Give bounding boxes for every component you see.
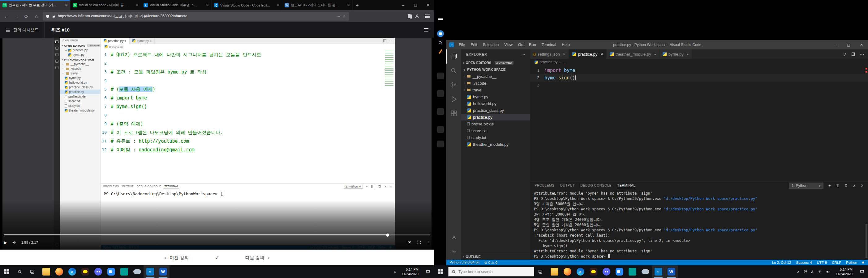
run-python-file-icon[interactable]: [843, 52, 847, 56]
clock[interactable]: 5:14 PM 11/24/2020: [399, 267, 422, 276]
close-icon[interactable]: ✕: [600, 53, 603, 56]
split-terminal-icon[interactable]: [836, 184, 839, 187]
back-icon[interactable]: ←: [3, 13, 10, 19]
taskbar-search-icon[interactable]: [13, 270, 26, 274]
forward-icon[interactable]: →: [13, 13, 20, 19]
menu-file[interactable]: File: [456, 43, 468, 47]
taskbar-app-vscode[interactable]: ‹›: [652, 265, 665, 278]
menu-selection[interactable]: Selection: [480, 43, 501, 47]
video-player[interactable]: EXPLORER ∨ OPEN EDITORS 1 UNSAVED ●pract…: [0, 38, 434, 250]
browser-tab[interactable]: ❮Visual Studio Code 비주얼 스...✕: [141, 0, 212, 10]
magnifier-icon[interactable]: [437, 39, 444, 46]
file-item[interactable]: practice_class.py: [461, 107, 530, 114]
open-editor-item[interactable]: ●practice.py: [60, 48, 100, 53]
file-item[interactable]: byme.py: [60, 76, 100, 80]
extensions-icon[interactable]: [446, 106, 461, 120]
run-debug-icon[interactable]: [446, 92, 461, 106]
status-item[interactable]: UTF-8: [817, 261, 827, 265]
workspace-section[interactable]: ∨ PYTHON WORK SPACE: [461, 66, 530, 73]
tab-close-icon[interactable]: ✕: [347, 3, 350, 7]
taskbar-app-kakaotalk[interactable]: [587, 265, 600, 278]
file-item[interactable]: score.txt: [461, 127, 530, 134]
code-editor[interactable]: 1import byme2byme.sign()3: [530, 66, 868, 181]
split-editor-icon[interactable]: [851, 52, 855, 56]
taskbar-app-discord[interactable]: [600, 265, 613, 278]
menu-run[interactable]: Run: [526, 43, 539, 47]
menu-edit[interactable]: Edit: [468, 43, 480, 47]
editor-tab[interactable]: practice.py✕: [569, 49, 606, 59]
file-item[interactable]: ›__pycache__: [461, 73, 530, 80]
volume-icon[interactable]: [826, 270, 830, 274]
home-icon[interactable]: ⌂: [33, 13, 40, 19]
ime-latin-indicator[interactable]: A: [811, 270, 813, 274]
tray-expand-icon[interactable]: ∧: [391, 270, 399, 273]
file-item[interactable]: practice_class.py: [60, 85, 100, 90]
editor-actions-icon[interactable]: ⋯: [859, 51, 864, 57]
account-icon[interactable]: [446, 230, 461, 244]
file-item[interactable]: practice.py: [60, 90, 100, 94]
menu-help[interactable]: Help: [559, 43, 572, 47]
taskbar-app-zoom[interactable]: [613, 265, 626, 278]
network-icon[interactable]: [817, 270, 822, 274]
menu-icon[interactable]: [425, 14, 430, 18]
editor-tab[interactable]: byme.py●: [659, 49, 692, 59]
close-icon[interactable]: ✕: [563, 53, 565, 56]
tool-icon-4[interactable]: [437, 126, 444, 133]
new-terminal-icon[interactable]: +: [828, 183, 831, 188]
taskbar-app-file-explorer[interactable]: [40, 265, 53, 278]
clock[interactable]: 5:14 PM 11/24/2020: [833, 267, 856, 276]
editor-tab[interactable]: practice.py●: [101, 38, 130, 44]
tracking-shield-icon[interactable]: [46, 14, 50, 18]
file-item[interactable]: ›.vscode: [60, 66, 100, 71]
reload-icon[interactable]: ⟳: [23, 13, 30, 19]
menu-view[interactable]: View: [501, 43, 515, 47]
taskbar-search[interactable]: [448, 267, 534, 276]
settings-gear-icon[interactable]: [446, 244, 461, 258]
file-item[interactable]: study.txt: [461, 134, 530, 141]
panel-tab-problems[interactable]: PROBLEMS: [534, 183, 554, 188]
complete-check-icon[interactable]: ✓: [215, 254, 219, 261]
file-item[interactable]: profile.pickle: [60, 94, 100, 99]
taskbar-app-word[interactable]: W: [665, 265, 678, 278]
more-icon[interactable]: ⋮: [426, 240, 430, 245]
outline-section[interactable]: › OUTLINE: [461, 253, 530, 260]
file-item[interactable]: ›travel: [60, 71, 100, 76]
tab-close-icon[interactable]: ✕: [65, 3, 68, 7]
source-control-icon[interactable]: [446, 78, 461, 92]
fullscreen-icon[interactable]: [417, 240, 421, 245]
next-lecture-button[interactable]: 다음 강의 ›: [245, 254, 269, 261]
panel-tab-debug-console[interactable]: DEBUG CONSOLE: [580, 183, 612, 188]
taskbar-app-onedrive[interactable]: [130, 265, 144, 278]
file-item[interactable]: helloworld.py: [60, 80, 100, 85]
file-item[interactable]: study.txt: [60, 103, 100, 108]
kill-terminal-icon[interactable]: [844, 184, 848, 187]
progress-handle[interactable]: [386, 234, 389, 237]
library-icon[interactable]: [408, 14, 409, 18]
search-input[interactable]: [459, 270, 531, 274]
terminal-scrollbar[interactable]: [865, 190, 868, 260]
browser-tab[interactable]: 인인프런 - 파이썬 무료 강의 (기...✕: [0, 0, 70, 10]
file-item[interactable]: profile.pickle: [461, 120, 530, 127]
browser-tab[interactable]: W윈도우10 - 2개의 모니터를 한...✕: [282, 0, 353, 10]
file-item[interactable]: helloworld.py: [461, 100, 530, 107]
prev-lecture-button[interactable]: ‹ 이전 강의: [165, 254, 189, 261]
curriculum-toggle-icon[interactable]: [424, 28, 428, 32]
explorer-actions-icon[interactable]: ⋯: [522, 53, 525, 57]
minimize-button[interactable]: ─: [397, 0, 409, 10]
browser-tab[interactable]: Nvisual studio code - 네이버 통...✕: [70, 0, 141, 10]
tab-close-icon[interactable]: ✕: [206, 3, 209, 7]
minimize-button[interactable]: ─: [829, 40, 842, 49]
terminal-selector[interactable]: 1: Python ∨: [789, 182, 824, 189]
modified-dot-icon[interactable]: ●: [654, 53, 656, 56]
file-item[interactable]: ›travel: [461, 86, 530, 93]
volume-icon[interactable]: [12, 240, 17, 245]
editor-tab[interactable]: byme.py●: [130, 38, 155, 44]
taskbar-app-hancom[interactable]: [118, 265, 130, 278]
modified-dot-icon[interactable]: ●: [150, 39, 152, 42]
list-icon[interactable]: [437, 16, 444, 23]
editor-tab[interactable]: {}settings.json✕: [530, 49, 569, 59]
file-item[interactable]: practice.py: [461, 114, 530, 120]
status-item[interactable]: CRLF: [832, 261, 841, 265]
video-panel-tab-problems[interactable]: PROBLEMS: [103, 185, 119, 188]
explorer-icon[interactable]: [446, 49, 461, 64]
